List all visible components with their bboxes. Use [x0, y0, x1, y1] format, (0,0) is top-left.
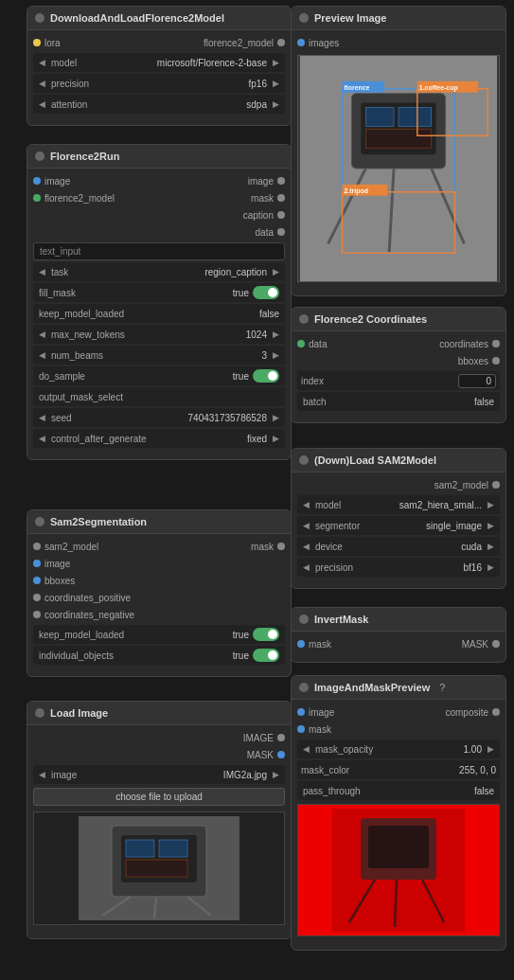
sam2-model-arrow-right[interactable]: ▶ — [486, 500, 496, 509]
florence2-coords-dot — [299, 314, 309, 324]
sam2-seg-title: Sam2Segmentation — [50, 516, 147, 527]
precision-field[interactable]: ◀ precision fp16 ▶ — [33, 74, 285, 93]
florence2-coords-body: data coordinates bboxes index 0 batch fa… — [292, 331, 505, 422]
sam2-device-label: device — [315, 542, 457, 552]
sam2-seg-body: sam2_model mask image bboxes coordinates… — [27, 534, 291, 676]
sam2-precision-value: bf16 — [464, 562, 482, 573]
f2-task-arrow-right[interactable]: ▶ — [271, 267, 281, 276]
f2-task-arrow-left[interactable]: ◀ — [37, 267, 47, 276]
load-image-out-dot — [277, 734, 285, 741]
f2-num-beams-label: num_beams — [51, 350, 257, 361]
load-image-out-row: IMAGE — [27, 729, 291, 746]
node-load-image: Load Image IMAGE MASK ◀ image IMG2a.jpg … — [27, 701, 292, 939]
invert-mask-row: mask MASK — [292, 635, 505, 652]
coords-index-input[interactable]: 0 — [458, 374, 496, 388]
sam2-model-field[interactable]: ◀ model sam2_hiera_smal... ▶ — [297, 495, 500, 514]
sam2-device-field[interactable]: ◀ device cuda ▶ — [297, 537, 500, 556]
node-download-florence: DownloadAndLoadFlorence2Model lora flore… — [27, 6, 292, 126]
f2-control-arrow-left[interactable]: ◀ — [37, 434, 47, 443]
precision-arrow-right[interactable]: ▶ — [271, 79, 281, 88]
imp-opacity-field[interactable]: ◀ mask_opacity 1.00 ▶ — [297, 739, 500, 758]
f2-keep-model-label: keep_model_loaded — [39, 309, 259, 319]
coords-index-label: index — [301, 376, 454, 386]
sam2-precision-arrow-left[interactable]: ◀ — [301, 562, 311, 572]
imp-pass-through-value: false — [474, 786, 494, 796]
imp-opacity-arrow-left[interactable]: ◀ — [301, 744, 311, 754]
f2-florence-row: florence2_model mask — [27, 189, 291, 206]
sam2-seg-individual-toggle[interactable] — [253, 649, 279, 662]
precision-arrow-left[interactable]: ◀ — [37, 79, 47, 88]
sam2-model-label: model — [315, 500, 396, 510]
f2-max-tokens-label: max_new_tokens — [51, 330, 242, 340]
florence2-coords-title: Florence2 Coordinates — [314, 313, 427, 325]
f2-control-value: fixed — [247, 434, 267, 444]
svg-rect-5 — [365, 129, 431, 148]
f2-seed-arrow-right[interactable]: ▶ — [271, 413, 281, 422]
help-icon: ? — [439, 682, 445, 693]
sam2-seg-keep-model-label: keep_model_loaded — [39, 630, 229, 640]
f2-control-field[interactable]: ◀ control_after_generate fixed ▶ — [33, 429, 285, 448]
load-image-file-field[interactable]: ◀ image IMG2a.jpg ▶ — [33, 765, 285, 784]
model-field[interactable]: ◀ model microsoft/Florence-2-base ▶ — [33, 53, 285, 72]
sam2-model-arrow-left[interactable]: ◀ — [301, 500, 311, 509]
f2-fill-mask-value: true — [233, 288, 249, 298]
sam2-seg-coords-neg-dot — [33, 611, 41, 618]
attention-arrow-right[interactable]: ▶ — [271, 99, 281, 109]
f2-max-tokens-arrow-right[interactable]: ▶ — [271, 330, 281, 339]
sam2-precision-label: precision — [315, 562, 460, 573]
f2-num-beams-field[interactable]: ◀ num_beams 3 ▶ — [33, 346, 285, 365]
coords-index-field[interactable]: index 0 — [297, 371, 500, 390]
node-dot — [35, 13, 44, 23]
coords-batch-row: batch false — [297, 392, 500, 411]
imp-color-field[interactable]: mask_color 255, 0, 0 — [297, 760, 500, 779]
sam2-seg-keep-model-toggle[interactable] — [253, 628, 279, 641]
attention-arrow-left[interactable]: ◀ — [37, 99, 47, 109]
f2-fill-mask-toggle[interactable] — [253, 286, 279, 299]
sam2-seg-coords-pos-label: coordinates_positive — [44, 593, 285, 603]
f2-caption-right-dot — [277, 211, 285, 219]
attention-field[interactable]: ◀ attention sdpa ▶ — [33, 95, 285, 114]
sam2-device-arrow-left[interactable]: ◀ — [301, 542, 311, 551]
f2-seed-arrow-left[interactable]: ◀ — [37, 413, 47, 422]
load-image-file-arrow-left[interactable]: ◀ — [37, 770, 47, 779]
invert-mask-out-dot — [492, 640, 500, 648]
f2-task-field[interactable]: ◀ task region_caption ▶ — [33, 262, 285, 281]
f2-text-input-row: text_input — [33, 242, 285, 260]
attention-label: attention — [51, 99, 242, 110]
load-image-file-arrow-right[interactable]: ▶ — [271, 770, 281, 779]
load-image-body: IMAGE MASK ◀ image IMG2a.jpg ▶ choose fi… — [27, 725, 291, 938]
load-image-file-value: IMG2a.jpg — [223, 770, 267, 780]
sam2-segmentor-arrow-right[interactable]: ▶ — [486, 521, 496, 530]
sam2-model-title: (Down)Load SAM2Model — [314, 454, 436, 466]
choose-file-button[interactable]: choose file to upload — [33, 788, 285, 806]
f2-mask-right-dot — [277, 194, 285, 202]
sam2-precision-arrow-right[interactable]: ▶ — [486, 562, 496, 572]
model-arrow-right[interactable]: ▶ — [271, 58, 281, 67]
load-image-header: Load Image — [27, 702, 291, 725]
sam2-precision-field[interactable]: ◀ precision bf16 ▶ — [297, 558, 500, 577]
image-mask-preview-title: ImageAndMaskPreview — [314, 682, 430, 693]
f2-text-input[interactable]: text_input — [33, 242, 285, 260]
coords-bboxes-row: bboxes — [292, 352, 505, 369]
model-arrow-left[interactable]: ◀ — [37, 58, 47, 67]
sam2-device-arrow-right[interactable]: ▶ — [486, 542, 496, 551]
imp-opacity-arrow-right[interactable]: ▶ — [486, 744, 496, 754]
sam2-segmentor-arrow-left[interactable]: ◀ — [301, 521, 311, 530]
sam2-seg-model-row: sam2_model mask — [27, 538, 291, 555]
f2-do-sample-toggle[interactable] — [253, 369, 279, 383]
f2-control-arrow-right[interactable]: ▶ — [271, 434, 281, 443]
sam2-seg-mask-dot — [277, 543, 285, 550]
f2-seed-field[interactable]: ◀ seed 740431735786528 ▶ — [33, 408, 285, 427]
images-label: images — [309, 38, 500, 48]
sam2-seg-individual-value: true — [233, 650, 249, 661]
sam2-model-body: sam2_model ◀ model sam2_hiera_smal... ▶ … — [292, 472, 505, 588]
invert-mask-title: InvertMask — [314, 614, 368, 625]
f2-max-tokens-field[interactable]: ◀ max_new_tokens 1024 ▶ — [33, 325, 285, 344]
images-dot — [297, 39, 305, 46]
sam2-segmentor-field[interactable]: ◀ segmentor single_image ▶ — [297, 516, 500, 535]
f2-num-beams-arrow-right[interactable]: ▶ — [271, 350, 281, 360]
model-value: microsoft/Florence-2-base — [157, 58, 267, 68]
f2-num-beams-arrow-left[interactable]: ◀ — [37, 350, 47, 360]
mask-preview-svg — [332, 809, 465, 932]
f2-max-tokens-arrow-left[interactable]: ◀ — [37, 330, 47, 339]
